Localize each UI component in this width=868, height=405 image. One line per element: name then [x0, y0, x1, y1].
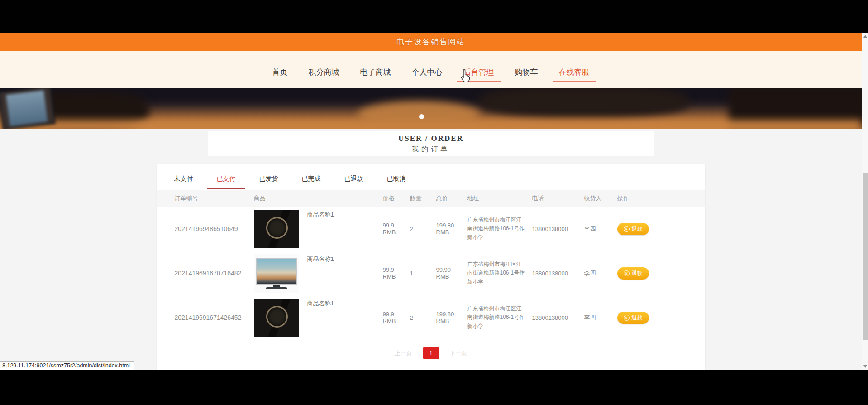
carousel-dot-icon[interactable]	[419, 114, 424, 119]
banner-phone-image	[0, 88, 56, 129]
pagination-next-button[interactable]: 下一页	[450, 349, 467, 357]
table-row: 2021419691671426452 商品名称1 99.9 RMB 2 199…	[157, 295, 705, 340]
tab-cancelled[interactable]: 已取消	[387, 175, 406, 188]
page-heading-en: USER / ORDER	[208, 134, 654, 143]
banner-blur-shape	[0, 120, 862, 129]
product-image[interactable]	[254, 210, 299, 248]
orders-table-header: 订单编号 商品 价格 数量 总价 地址 电话 收货人 操作	[157, 190, 705, 207]
table-row: 2021419691670716482 商品名称1 99.9 RMB 1 99.…	[157, 251, 705, 295]
nav-item-home[interactable]: 首页	[272, 67, 288, 77]
coin-icon: ¥	[624, 226, 630, 232]
address: 广东省梅州市梅江区江南街道梅新路106-1号作新小学	[461, 216, 525, 242]
scroll-down-icon[interactable]	[863, 365, 867, 368]
total-price: 199.80 RMB	[429, 311, 455, 324]
product-cell: 商品名称1	[247, 295, 376, 337]
tab-refunded[interactable]: 已退款	[344, 175, 363, 188]
total-price: 99.90 RMB	[429, 266, 455, 280]
product-cell: 商品名称1	[247, 251, 376, 293]
col-header-recipient: 收货人	[577, 194, 610, 202]
price: 99.9 RMB	[376, 266, 397, 280]
order-number: 2021419691671426452	[168, 314, 247, 321]
action-cell: ¥ 退款	[610, 223, 694, 235]
pagination: 上一页 1 下一页	[157, 347, 705, 359]
tv-stand	[273, 285, 280, 287]
order-status-tabs: 未支付 已支付 已发货 已完成 已退款 已取消	[157, 164, 705, 184]
banner-blur-shape	[480, 88, 688, 118]
scroll-up-icon[interactable]	[863, 35, 867, 38]
product-image[interactable]	[254, 299, 299, 337]
address: 广东省梅州市梅江区江南街道梅新路106-1号作新小学	[461, 304, 525, 331]
product-name: 商品名称1	[307, 299, 334, 308]
coin-icon: ¥	[624, 270, 630, 276]
nav-item-points-mall[interactable]: 积分商城	[309, 67, 339, 77]
action-cell: ¥ 退款	[610, 267, 694, 280]
phone: 13800138000	[525, 270, 577, 277]
total-price: 199.80 RMB	[429, 222, 455, 236]
browser-page: 电子设备销售网站 首页 积分商城 电子商城 个人中心 后台管理 购物车 在线客服…	[0, 33, 862, 370]
refund-button-label: 退款	[632, 270, 643, 277]
action-cell: ¥ 退款	[610, 312, 694, 324]
col-header-price: 价格	[376, 194, 403, 202]
scrollbar-thumb[interactable]	[863, 173, 868, 340]
coin-icon: ¥	[624, 315, 630, 321]
mouse-cursor-pointer	[460, 69, 472, 85]
pagination-prev-button[interactable]: 上一页	[395, 349, 412, 357]
col-header-order-no: 订单编号	[168, 194, 247, 202]
refund-button[interactable]: ¥ 退款	[617, 223, 649, 235]
refund-button[interactable]: ¥ 退款	[617, 267, 649, 280]
site-title: 电子设备销售网站	[396, 37, 465, 47]
product-cell: 商品名称1	[247, 207, 376, 248]
hero-carousel[interactable]	[0, 88, 862, 129]
nav-item-electronics-mall[interactable]: 电子商城	[360, 67, 391, 77]
product-name: 商品名称1	[307, 211, 334, 219]
address: 广东省梅州市梅江区江南街道梅新路106-1号作新小学	[461, 260, 525, 286]
order-number: 202141969486510649	[168, 225, 247, 232]
phone: 13800138000	[525, 314, 577, 321]
recipient: 李四	[577, 269, 610, 277]
tab-completed[interactable]: 已完成	[302, 175, 321, 188]
main-nav: 首页 积分商城 电子商城 个人中心 后台管理 购物车 在线客服	[0, 51, 862, 88]
refund-button-label: 退款	[632, 314, 643, 322]
recipient: 李四	[577, 313, 610, 322]
nav-item-online-service[interactable]: 在线客服	[559, 67, 590, 77]
orders-card: 未支付 已支付 已发货 已完成 已退款 已取消 订单编号 商品 价格 数量 总价…	[157, 164, 705, 370]
site-header: 电子设备销售网站	[0, 33, 862, 51]
product-name: 商品名称1	[307, 255, 334, 263]
tab-shipped[interactable]: 已发货	[259, 175, 278, 188]
col-header-action: 操作	[610, 194, 694, 202]
vertical-scrollbar[interactable]	[862, 33, 868, 370]
page-heading-zh: 我的订单	[208, 145, 654, 154]
quantity: 1	[403, 270, 429, 277]
nav-item-user-center[interactable]: 个人中心	[412, 67, 443, 77]
tab-unpaid[interactable]: 未支付	[174, 175, 193, 188]
price: 99.9 RMB	[376, 311, 397, 324]
col-header-total: 总价	[429, 194, 461, 202]
nav-item-cart[interactable]: 购物车	[515, 67, 538, 77]
tv-screen	[256, 258, 297, 285]
col-header-quantity: 数量	[403, 194, 429, 202]
recipient: 李四	[577, 225, 610, 233]
order-number: 2021419691670716482	[168, 270, 247, 277]
quantity: 2	[403, 314, 429, 321]
phone: 13800138000	[525, 226, 577, 232]
product-image[interactable]	[254, 254, 299, 293]
price: 99.9 RMB	[376, 222, 397, 236]
browser-status-link: 8.129.11.174:9021/ssmz75r2/admin/dist/in…	[0, 361, 134, 370]
banner-phone-screen	[6, 90, 48, 126]
refund-button[interactable]: ¥ 退款	[617, 312, 649, 324]
screen: 电子设备销售网站 首页 积分商城 电子商城 个人中心 后台管理 购物车 在线客服…	[0, 0, 868, 405]
col-header-phone: 电话	[525, 194, 577, 202]
table-row: 202141969486510649 商品名称1 99.9 RMB 2 199.…	[157, 207, 705, 251]
letterbox-bottom	[0, 370, 868, 405]
tab-paid[interactable]: 已支付	[207, 175, 245, 189]
page-heading: USER / ORDER 我的订单	[208, 131, 654, 156]
col-header-address: 地址	[461, 194, 525, 202]
letterbox-top	[0, 0, 868, 33]
refund-button-label: 退款	[632, 225, 643, 233]
pagination-page-1[interactable]: 1	[423, 347, 439, 359]
tv-stand-base	[266, 287, 287, 289]
col-header-product: 商品	[247, 194, 376, 202]
quantity: 2	[403, 226, 429, 232]
